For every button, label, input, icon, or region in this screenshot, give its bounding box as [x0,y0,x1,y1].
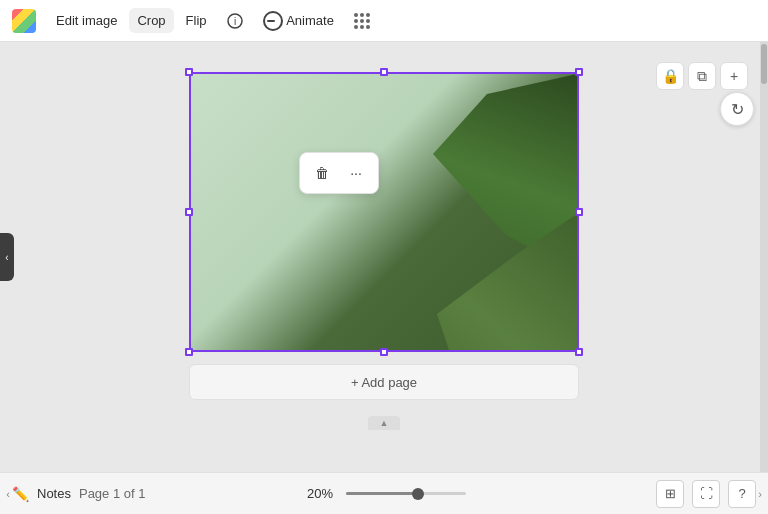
info-button[interactable]: i [219,5,251,37]
top-toolbar: Edit image Crop Flip i Animate [0,0,768,42]
animate-icon [263,11,283,31]
more-icon: ··· [350,165,362,181]
handle-top-left[interactable] [185,68,193,76]
apps-button[interactable] [346,5,378,37]
left-collapse-icon: ‹ [5,252,8,263]
more-options-button[interactable]: ··· [342,159,370,187]
scroll-left-button[interactable]: ‹ [0,486,16,502]
chevron-up-button[interactable]: ▲ [368,416,400,430]
edit-image-button[interactable]: Edit image [48,8,125,33]
canvas-image[interactable] [189,72,579,352]
scrollbar-thumb [761,44,767,84]
scroll-right-button[interactable]: › [752,486,768,502]
left-collapse-button[interactable]: ‹ [0,233,14,281]
delete-button[interactable]: 🗑 [308,159,336,187]
zoom-slider-thumb[interactable] [412,488,424,500]
lock-button[interactable]: 🔒 [656,62,684,90]
animate-button[interactable]: Animate [255,6,342,36]
bottom-right-section: ⊞ ⛶ ? [656,480,756,508]
animate-label: Animate [286,13,334,28]
context-menu: 🗑 ··· [299,152,379,194]
handle-middle-right[interactable] [575,208,583,216]
app-logo[interactable] [12,9,36,33]
info-icon: i [227,13,243,29]
zoom-slider-fill [346,492,418,495]
add-icon: + [730,68,738,84]
lock-icon: 🔒 [662,68,679,84]
crop-button[interactable]: Crop [129,8,173,33]
scroll-right-icon: › [758,488,762,500]
fullscreen-button[interactable]: ⛶ [692,480,720,508]
image-wrapper[interactable]: 🗑 ··· [189,72,579,352]
zoom-slider[interactable] [346,492,466,495]
rotate-icon: ↻ [731,100,744,119]
canvas-area: 🔒 ⧉ + ↻ [0,42,768,472]
main-canvas-area: ‹ 🔒 ⧉ + ↻ [0,42,768,472]
apps-icon [354,13,370,29]
bottom-toolbar: ‹ ✏️ Notes Page 1 of 1 20% ⊞ ⛶ ? › [0,472,768,514]
fullscreen-icon: ⛶ [700,486,713,501]
handle-middle-left[interactable] [185,208,193,216]
add-page-top-button[interactable]: + [720,62,748,90]
page-info: Page 1 of 1 [79,486,146,501]
handle-bottom-right[interactable] [575,348,583,356]
flip-label: Flip [186,13,207,28]
add-page-button[interactable]: + Add page [189,364,579,400]
grid-view-button[interactable]: ⊞ [656,480,684,508]
notes-label: Notes [37,486,71,501]
crop-label: Crop [137,13,165,28]
zoom-controls: 20% [302,486,466,501]
edit-image-label: Edit image [56,13,117,28]
handle-top-middle[interactable] [380,68,388,76]
copy-page-button[interactable]: ⧉ [688,62,716,90]
help-icon: ? [738,486,745,501]
chevron-up-icon: ▲ [380,418,389,428]
handle-bottom-middle[interactable] [380,348,388,356]
handle-bottom-left[interactable] [185,348,193,356]
copy-icon: ⧉ [697,68,707,85]
rotate-button[interactable]: ↻ [720,92,754,126]
svg-text:i: i [233,16,235,27]
zoom-level: 20% [302,486,338,501]
add-page-label: + Add page [351,375,417,390]
grid-icon: ⊞ [665,486,676,501]
page-controls: 🔒 ⧉ + [656,62,748,90]
delete-icon: 🗑 [315,165,329,181]
right-scrollbar[interactable] [760,42,768,472]
flip-button[interactable]: Flip [178,8,215,33]
scroll-left-icon: ‹ [6,488,10,500]
handle-top-right[interactable] [575,68,583,76]
